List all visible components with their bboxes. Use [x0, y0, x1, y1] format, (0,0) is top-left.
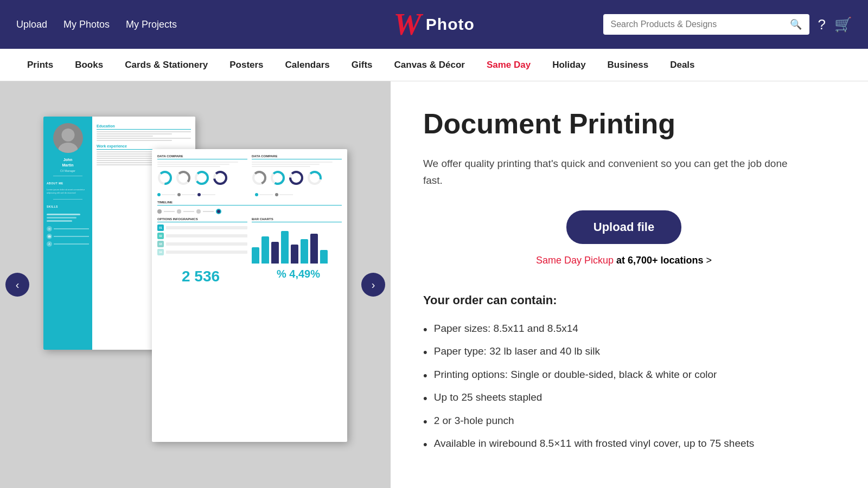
nav-item-calendars[interactable]: Calendars: [275, 49, 341, 81]
nav-item-gifts[interactable]: Gifts: [341, 49, 384, 81]
nav-item-deals[interactable]: Deals: [659, 49, 705, 81]
education-title: Education: [97, 124, 191, 130]
circle-charts-1: [157, 170, 247, 185]
resume-name: JohnMartin: [43, 156, 92, 169]
upload-file-button[interactable]: Upload file: [566, 210, 681, 244]
big-number-1: 2 536: [157, 268, 244, 285]
numbered-item-2: 02: [157, 233, 247, 239]
circle-charts-2: [252, 170, 342, 185]
bar: [281, 231, 289, 264]
bar: [261, 236, 269, 264]
nav-item-cards[interactable]: Cards & Stationery: [114, 49, 219, 81]
contact-icon-2: ☎: [47, 234, 52, 239]
badge-03: 03: [157, 241, 164, 247]
circle-chart-3: [194, 170, 209, 185]
nav-item-business[interactable]: Business: [597, 49, 660, 81]
circle-chart-4: [213, 170, 228, 185]
carousel-next-button[interactable]: ›: [361, 273, 385, 297]
resume-line: [97, 158, 153, 159]
nav-item-posters[interactable]: Posters: [219, 49, 274, 81]
logo[interactable]: W Photo: [393, 9, 475, 40]
item-line: [166, 242, 247, 246]
resume-line: [97, 138, 191, 139]
bar: [310, 234, 318, 264]
my-photos-link[interactable]: My Photos: [63, 19, 110, 30]
order-item-5: 2 or 3-hole punch: [423, 410, 825, 433]
legend-left: [157, 193, 244, 196]
order-list: Paper sizes: 8.5x11 and 8.5x14 Paper typ…: [423, 318, 825, 456]
timeline-line: [164, 211, 175, 212]
svg-point-9: [214, 172, 226, 184]
item-line: [166, 234, 247, 237]
big-number-value-2: % 4,49%: [255, 268, 342, 280]
header: Upload My Photos My Projects W Photo 🔍 ?…: [0, 0, 868, 49]
legend-item: [177, 193, 195, 196]
timeline-dot-active: [216, 209, 221, 214]
svg-point-0: [61, 129, 74, 142]
nav-item-holiday[interactable]: Holiday: [541, 49, 596, 81]
product-panel: Document Printing We offer quality print…: [391, 81, 868, 488]
data-compare-row: DATA COMPARE: [157, 155, 342, 189]
bar-charts-title: BAR CHARTS: [252, 217, 342, 222]
contact-icons-2: ☎: [43, 233, 92, 240]
resume-title: CV Manager: [43, 169, 92, 172]
data-document: DATA COMPARE: [152, 149, 347, 442]
bar-chart: [252, 226, 342, 264]
data-compare-right: DATA COMPARE: [252, 155, 342, 189]
data-compare-title-2: DATA COMPARE: [252, 155, 342, 159]
text-line: [252, 164, 320, 165]
cart-icon[interactable]: 🛒: [834, 16, 852, 33]
carousel-prev-button[interactable]: ‹: [5, 273, 29, 297]
numbered-item-4: 04: [157, 249, 247, 255]
search-input[interactable]: [611, 20, 784, 29]
contact-icon-3: A: [47, 241, 52, 247]
svg-point-15: [290, 172, 302, 184]
resume-line: [97, 133, 172, 134]
search-bar[interactable]: 🔍: [603, 14, 809, 35]
timeline-title: TIMELINE: [157, 201, 342, 206]
bar: [301, 239, 308, 264]
bar-chart-section: BAR CHARTS: [252, 217, 342, 264]
nav-item-books[interactable]: Books: [64, 49, 114, 81]
resume-line: [97, 136, 153, 137]
text-line: [252, 162, 333, 163]
order-item-6: Available in wirebound 8.5×11 with frost…: [423, 433, 825, 456]
svg-point-7: [196, 172, 208, 184]
my-projects-link[interactable]: My Projects: [126, 19, 177, 30]
logo-w-icon: W: [393, 9, 422, 40]
main-content: ‹ JohnMartin CV Manager: [0, 81, 868, 488]
circle-chart-5: [252, 170, 267, 185]
options-title: OPTIONS INFOGRAPHICS: [157, 217, 247, 222]
circle-chart-6: [270, 170, 285, 185]
nav-item-same-day[interactable]: Same Day: [476, 49, 541, 81]
about-me-label: About me: [43, 179, 92, 187]
resume-line: [97, 131, 191, 132]
sidebar-divider: [53, 176, 82, 176]
timeline-dot-2: [177, 209, 181, 214]
product-title: Document Printing: [423, 108, 825, 139]
nav-item-canvas[interactable]: Canvas & Décor: [384, 49, 476, 81]
numbers-row: OPTIONS INFOGRAPHICS 01 02: [157, 217, 342, 264]
legend-item: [197, 193, 215, 196]
same-day-label[interactable]: Same Day Pickup: [536, 255, 614, 266]
order-item-2: Paper type: 32 lb laser and 40 lb silk: [423, 341, 825, 364]
numbered-list: 01 02 03: [157, 224, 247, 255]
circle-chart-8: [307, 170, 322, 185]
resume-sidebar: JohnMartin CV Manager About me Lorem ips…: [43, 117, 92, 350]
help-icon[interactable]: ?: [818, 16, 826, 33]
nav-item-prints[interactable]: Prints: [16, 49, 64, 81]
search-icon[interactable]: 🔍: [790, 18, 802, 30]
circle-chart-1: [157, 170, 173, 185]
nav-bar: Prints Books Cards & Stationery Posters …: [0, 49, 868, 81]
contact-icons-3: A: [43, 240, 92, 248]
about-me-text: Lorem ipsum dolor sit amet consectetur a…: [43, 187, 92, 196]
product-description: We offer quality printing that's quick a…: [423, 156, 792, 189]
timeline-line: [183, 211, 194, 212]
bar: [320, 250, 328, 264]
same-day-locations[interactable]: 6,700+ locations: [628, 255, 704, 266]
doc-image-container: JohnMartin CV Manager About me Lorem ips…: [43, 106, 347, 464]
upload-link[interactable]: Upload: [16, 19, 47, 30]
same-day-at-text: at: [616, 255, 625, 266]
text-line: [252, 166, 310, 167]
item-line: [166, 251, 247, 254]
